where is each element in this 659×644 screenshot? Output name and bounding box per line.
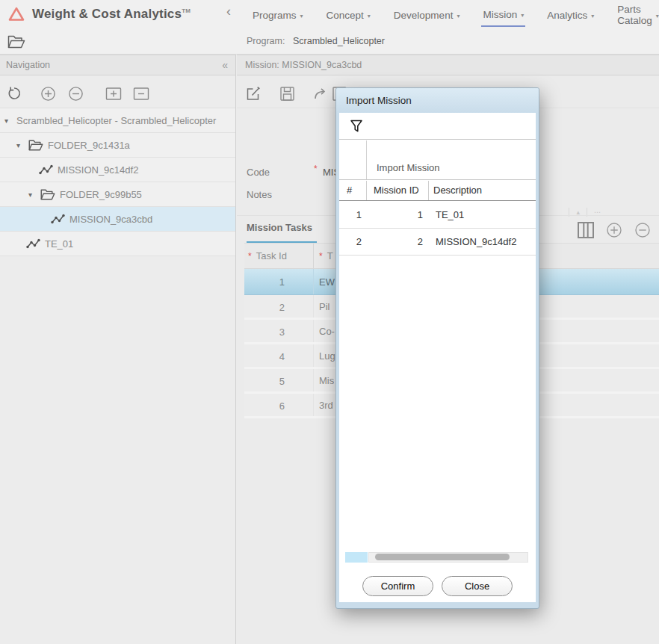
program-label: Program: xyxy=(247,36,285,46)
logo-triangle-icon xyxy=(7,6,25,22)
app-header: Weight & Cost AnalyticsTM ‹ Programs▾ Co… xyxy=(0,0,659,28)
menu-concept[interactable]: Concept▾ xyxy=(325,3,372,26)
menu-programs[interactable]: Programs▾ xyxy=(251,3,305,26)
dialog-table-rows: 1 1 TE_01 2 2 MISSION_9c14df2 xyxy=(339,202,536,256)
dialog-filter-bar xyxy=(339,113,536,140)
code-required-marker: * xyxy=(314,164,318,174)
tree-expand-caret-icon[interactable]: ▾ xyxy=(16,141,24,149)
chevron-down-icon: ▾ xyxy=(521,10,524,19)
mission-row[interactable]: 2 2 MISSION_9c14df2 xyxy=(339,229,536,256)
dialog-titlebar[interactable]: Import Mission xyxy=(336,88,539,113)
chevron-down-icon: ▾ xyxy=(457,11,460,19)
save-button[interactable] xyxy=(277,84,297,103)
open-program-button[interactable] xyxy=(7,32,26,52)
edit-button[interactable] xyxy=(244,84,263,103)
main-menu: Programs▾ Concept▾ Development▾ Mission▾… xyxy=(251,0,659,28)
dialog-horizontal-scrollbar xyxy=(345,552,528,563)
mission-icon xyxy=(26,238,40,249)
tree-item-root[interactable]: ▾ Scrambled_Helicopter - Scrambled_Helic… xyxy=(0,108,235,133)
chevron-down-icon: ▾ xyxy=(656,11,659,19)
group-header-label: Import Mission xyxy=(377,162,440,173)
folder-icon xyxy=(28,140,43,151)
minus-circle-icon xyxy=(68,86,84,102)
task-id-cell: 5 xyxy=(244,369,314,391)
required-marker: * xyxy=(248,251,252,261)
remove-row-button[interactable] xyxy=(633,220,652,240)
open-folder-icon xyxy=(7,35,25,49)
collapse-panel-icon[interactable]: « xyxy=(222,59,228,71)
folder-icon xyxy=(40,189,55,200)
confirm-button[interactable]: Confirm xyxy=(362,576,433,596)
dialog-table-column-headers: # Mission ID Description xyxy=(339,181,536,201)
add-row-button[interactable] xyxy=(604,220,624,240)
tree-item-mission[interactable]: MISSION_9c14df2 xyxy=(0,158,235,182)
column-header-task-name[interactable]: * T xyxy=(314,250,333,261)
tree-toolbar xyxy=(0,76,235,108)
tab-mission-tasks[interactable]: Mission Tasks xyxy=(247,222,312,233)
tree-item-folder[interactable]: ▾ FOLDER_9c1431a xyxy=(0,133,235,158)
expand-all-button[interactable] xyxy=(104,84,123,103)
column-divider xyxy=(366,140,367,179)
notes-label: Notes xyxy=(247,189,272,200)
plus-circle-icon xyxy=(40,86,56,102)
chevron-down-icon: ▾ xyxy=(368,11,371,19)
redo-arrow-icon xyxy=(313,86,328,101)
mission-panel-title: Mission: MISSION_9ca3cbd xyxy=(245,60,362,70)
close-button[interactable]: Close xyxy=(442,576,513,596)
tree-item-folder[interactable]: ▾ FOLDER_9c99b55 xyxy=(0,182,235,207)
required-marker: * xyxy=(319,251,323,261)
scrollbar-thumb[interactable] xyxy=(375,554,510,560)
app-logo: Weight & Cost AnalyticsTM xyxy=(0,6,191,22)
zoom-out-button[interactable] xyxy=(66,84,85,103)
description-cell: MISSION_9c14df2 xyxy=(436,236,516,247)
back-chevron-icon[interactable]: ‹ xyxy=(226,4,231,19)
tree-item-label: MISSION_9ca3cbd xyxy=(69,214,152,225)
filter-funnel-icon xyxy=(349,119,364,134)
code-label: Code xyxy=(247,167,270,178)
menu-parts-catalog[interactable]: Parts Catalog▾ xyxy=(616,0,659,31)
tree-expand-caret-icon[interactable]: ▾ xyxy=(28,191,36,199)
mission-icon xyxy=(51,214,65,224)
collapse-all-button[interactable] xyxy=(132,84,151,103)
dialog-title: Import Mission xyxy=(346,95,412,106)
tree-expand-caret-icon[interactable]: ▾ xyxy=(4,117,12,125)
refresh-button[interactable] xyxy=(4,84,24,103)
task-name-cell: Mis xyxy=(314,375,334,386)
column-header-description[interactable]: Description xyxy=(433,185,482,196)
zoom-in-button[interactable] xyxy=(38,84,58,103)
navigation-panel-header: Navigation « xyxy=(0,55,235,75)
column-settings-button[interactable] xyxy=(576,220,595,240)
mission-panel-header: Mission: MISSION_9ca3cbd xyxy=(237,55,659,75)
task-id-cell: 6 xyxy=(244,394,314,416)
menu-analytics[interactable]: Analytics▾ xyxy=(545,3,595,26)
tree-item-mission[interactable]: TE_01 xyxy=(0,232,235,256)
import-mission-dialog: Import Mission Import Mission # Mission … xyxy=(335,87,539,609)
dialog-footer: Confirm Close xyxy=(339,576,536,600)
program-bar: Program: Scrambled_Helicopter xyxy=(0,28,659,55)
dialog-table-group-header: Import Mission xyxy=(339,140,536,180)
task-id-cell: 2 xyxy=(244,295,314,318)
menu-development[interactable]: Development▾ xyxy=(392,3,462,26)
menu-mission[interactable]: Mission▾ xyxy=(481,2,525,27)
column-header-task-id[interactable]: * Task Id xyxy=(244,244,314,268)
mission-icon xyxy=(39,164,53,175)
chevron-down-icon: ▾ xyxy=(300,11,303,19)
task-id-cell: 4 xyxy=(244,344,314,367)
task-name-cell: Pil xyxy=(314,301,330,312)
redo-button[interactable] xyxy=(311,84,330,103)
dialog-body: Import Mission # Mission ID Description … xyxy=(339,113,536,602)
tree-item-label: FOLDER_9c1431a xyxy=(48,140,130,151)
save-icon xyxy=(279,86,295,102)
chevron-down-icon: ▾ xyxy=(591,11,594,19)
task-name-cell: Lug xyxy=(314,350,335,362)
box-minus-icon xyxy=(133,87,149,101)
navigation-sidebar: Navigation « xyxy=(0,55,236,644)
edit-icon xyxy=(245,85,262,102)
filter-button[interactable] xyxy=(347,117,366,136)
column-header-mission-id[interactable]: Mission ID xyxy=(374,185,419,196)
program-value: Scrambled_Helicopter xyxy=(293,36,385,46)
column-header-num[interactable]: # xyxy=(347,185,352,196)
mission-row[interactable]: 1 1 TE_01 xyxy=(339,202,536,229)
navigation-title: Navigation xyxy=(6,60,50,70)
tree-item-mission-selected[interactable]: MISSION_9ca3cbd xyxy=(0,207,235,232)
